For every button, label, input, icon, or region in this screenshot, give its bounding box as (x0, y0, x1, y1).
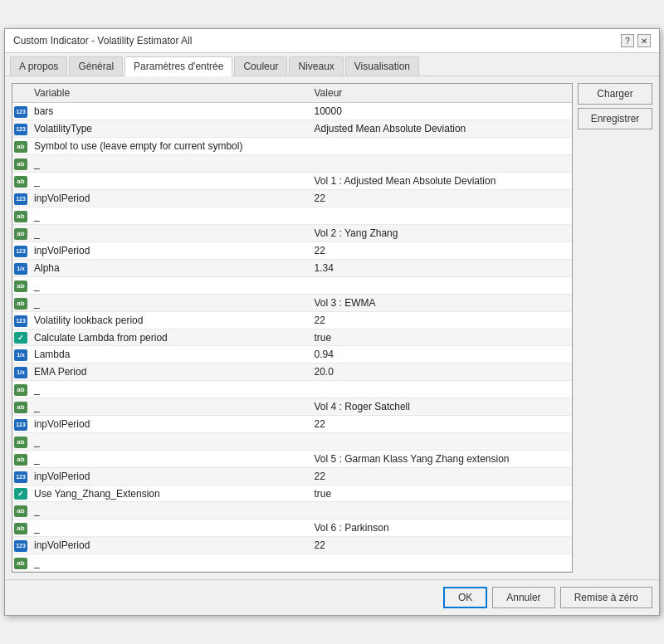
row-icon: 123 (12, 242, 29, 260)
table-row[interactable]: ab_ (12, 381, 572, 398)
content-area: Variable Valeur 123bars10000123Volatilit… (5, 76, 659, 579)
table-row[interactable]: ab_Vol 1 : Adjusted Mean Absolute Deviat… (12, 173, 572, 190)
row-value: 22 (310, 312, 573, 329)
row-icon: 123 (12, 103, 29, 120)
row-value (310, 554, 573, 572)
row-variable: inpVolPeriod (29, 416, 310, 433)
row-variable: _ (29, 554, 310, 572)
row-icon: ab (12, 138, 29, 155)
tab-visualisation[interactable]: Visualisation (345, 56, 419, 76)
row-value: 10000 (310, 103, 573, 120)
row-icon: ab (12, 554, 29, 572)
row-icon: ab (12, 398, 29, 416)
table-row[interactable]: 1/xLambda0.94 (12, 346, 572, 363)
main-dialog: Custom Indicator - Volatility Estimator … (4, 28, 660, 616)
table-row[interactable]: ab_Vol 7 : Close to Close (12, 572, 572, 573)
row-value (310, 155, 573, 173)
table-row[interactable]: ab_Vol 2 : Yang Zhang (12, 225, 572, 242)
row-value: Adjusted Mean Absolute Deviation (310, 120, 573, 138)
row-value (310, 381, 573, 398)
row-variable: Symbol to use (leave empty for current s… (29, 138, 310, 155)
row-icon: ab (12, 173, 29, 190)
row-value: Vol 7 : Close to Close (310, 572, 573, 573)
table-row[interactable]: ab_ (12, 277, 572, 295)
tab-couleur[interactable]: Couleur (234, 56, 287, 76)
table-row[interactable]: 123inpVolPeriod22 (12, 416, 572, 433)
bottom-bar: OK Annuler Remise à zéro (5, 579, 659, 615)
row-variable: inpVolPeriod (29, 190, 310, 207)
table-row[interactable]: ab_ (12, 155, 572, 173)
row-variable: _ (29, 381, 310, 398)
row-variable: _ (29, 451, 310, 468)
row-variable: _ (29, 433, 310, 451)
table-row[interactable]: 123inpVolPeriod22 (12, 242, 572, 260)
row-value (310, 433, 573, 451)
row-variable: inpVolPeriod (29, 537, 310, 554)
table-row[interactable]: 123inpVolPeriod22 (12, 190, 572, 207)
row-value: 22 (310, 468, 573, 485)
table-row[interactable]: ab_ (12, 207, 572, 225)
col-value-header: Valeur (310, 84, 573, 103)
row-icon: 1/x (12, 346, 29, 363)
annuler-button[interactable]: Annuler (492, 587, 554, 608)
table-row[interactable]: ab_ (12, 433, 572, 451)
row-variable: EMA Period (29, 363, 310, 381)
tab-general[interactable]: Général (69, 56, 123, 76)
row-icon: ✓ (12, 485, 29, 502)
tab-niveaux[interactable]: Niveaux (289, 56, 343, 76)
row-variable: _ (29, 398, 310, 416)
row-value (310, 277, 573, 295)
ok-button[interactable]: OK (443, 587, 487, 608)
help-button[interactable]: ? (621, 34, 634, 47)
row-icon: 1/x (12, 260, 29, 277)
row-icon: 123 (12, 468, 29, 485)
row-variable: inpVolPeriod (29, 468, 310, 485)
charger-button[interactable]: Charger (578, 83, 652, 105)
table-row[interactable]: ab_Vol 6 : Parkinson (12, 520, 572, 537)
table-row[interactable]: 123inpVolPeriod22 (12, 468, 572, 485)
row-value: Vol 2 : Yang Zhang (310, 225, 573, 242)
row-value: Vol 1 : Adjusted Mean Absolute Deviation (310, 173, 573, 190)
table-row[interactable]: ab_ (12, 554, 572, 572)
col-variable-header: Variable (29, 84, 310, 103)
table-row[interactable]: ✓Use Yang_Zhang_Extensiontrue (12, 485, 572, 502)
table-row[interactable]: 1/xAlpha1.34 (12, 260, 572, 277)
tab-parametres[interactable]: Paramètres d'entrée (124, 56, 232, 76)
row-variable: _ (29, 225, 310, 242)
row-value (310, 502, 573, 520)
tab-apropos[interactable]: A propos (10, 56, 67, 76)
table-row[interactable]: 1/xEMA Period20.0 (12, 363, 572, 381)
row-icon: ab (12, 225, 29, 242)
table-row[interactable]: ✓Calculate Lambda from periodtrue (12, 329, 572, 346)
row-value: 22 (310, 537, 573, 554)
row-variable: _ (29, 207, 310, 225)
table-row[interactable]: 123Volatility lookback period22 (12, 312, 572, 329)
row-icon: ab (12, 295, 29, 312)
table-row[interactable]: ab_ (12, 502, 572, 520)
table-row[interactable]: ab_Vol 5 : Garman Klass Yang Zhang exten… (12, 451, 572, 468)
row-variable: _ (29, 173, 310, 190)
row-value: 22 (310, 190, 573, 207)
row-value: 22 (310, 242, 573, 260)
table-row[interactable]: 123inpVolPeriod22 (12, 537, 572, 554)
row-value: Vol 5 : Garman Klass Yang Zhang extensio… (310, 451, 573, 468)
row-icon: ab (12, 155, 29, 173)
tabs-bar: A propos Général Paramètres d'entrée Cou… (5, 53, 659, 76)
row-variable: Lambda (29, 346, 310, 363)
row-variable: Volatility lookback period (29, 312, 310, 329)
row-variable: _ (29, 295, 310, 312)
row-value: 20.0 (310, 363, 573, 381)
row-variable: bars (29, 103, 310, 120)
table-row[interactable]: abSymbol to use (leave empty for current… (12, 138, 572, 155)
enregistrer-button[interactable]: Enregistrer (578, 108, 652, 129)
table-row[interactable]: ab_Vol 3 : EWMA (12, 295, 572, 312)
row-variable: _ (29, 502, 310, 520)
table-row[interactable]: 123bars10000 (12, 103, 572, 120)
table-row[interactable]: ab_Vol 4 : Roger Satchell (12, 398, 572, 416)
row-icon: ab (12, 207, 29, 225)
remise-zero-button[interactable]: Remise à zéro (560, 587, 652, 608)
row-variable: _ (29, 277, 310, 295)
table-row[interactable]: 123VolatilityTypeAdjusted Mean Absolute … (12, 120, 572, 138)
row-icon: ab (12, 381, 29, 398)
close-button[interactable]: ✕ (637, 34, 651, 47)
